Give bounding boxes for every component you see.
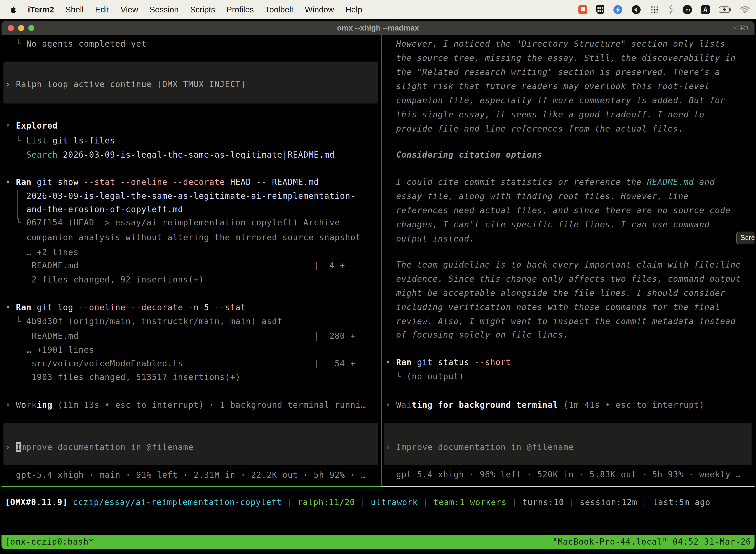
- reasoning-text-line: I could cite commit statistics or refere…: [386, 175, 754, 189]
- menu-item-edit[interactable]: Edit: [95, 5, 109, 14]
- reasoning-text-line: output instead.: [386, 232, 754, 246]
- reasoning-text-line: changes, I can't cite specific file line…: [386, 217, 754, 232]
- term-line: └ 067f154 (HEAD -> essay/ai-reimplementa…: [5, 215, 380, 230]
- screen-tooltip: Scre: [737, 232, 755, 244]
- ralph-loop-line: › Ralph loop active continue [OMX_TMUX_I…: [5, 77, 380, 91]
- prompt-input-text[interactable]: › Improve documentation in @filename: [5, 440, 380, 454]
- model-status-line: gpt-5.4 xhigh · 96% left · 520K in · 5.8…: [386, 467, 754, 482]
- reasoning-text-line: references need actual files, and since …: [386, 203, 754, 217]
- explored-header-line: • Explored: [5, 119, 380, 133]
- diffstat-line: README.md | 4 +: [5, 258, 380, 273]
- menu-item-scripts[interactable]: Scripts: [190, 5, 215, 14]
- reasoning-text-line: essay file, along with finding root file…: [386, 189, 754, 203]
- inactive-pane-border: [382, 486, 755, 487]
- input-source-icon[interactable]: A: [701, 5, 710, 14]
- window-shortcut-badge: ⌥⌘1: [732, 21, 749, 35]
- diffstat-summary-line: 2 files changed, 92 insertions(+): [5, 273, 380, 287]
- menu-item-shell[interactable]: Shell: [65, 5, 83, 14]
- reasoning-text-line: of focusing solely on file lines.: [386, 328, 754, 342]
- term-line: and-the-erosion-of-copyleft.md: [5, 202, 380, 216]
- reasoning-text-line: evidence. Since this change only affects…: [386, 272, 754, 286]
- reasoning-text-line: The team guideline is to back every impo…: [386, 258, 754, 272]
- battery-icon[interactable]: [719, 6, 731, 13]
- window-titlebar[interactable]: omx --xhigh --madmax ⌥⌘1: [1, 21, 755, 35]
- apple-menu-icon[interactable]: [9, 6, 17, 14]
- ran-command-line: • Ran git status --short: [386, 355, 754, 369]
- hook-squiggle-icon[interactable]: [668, 5, 674, 15]
- reasoning-text-line: this single essay, it seems like a good …: [386, 107, 754, 122]
- model-status-line: gpt-5.4 xhigh · main · 91% left · 2.31M …: [5, 468, 380, 482]
- blue-bolt-badge-icon[interactable]: [613, 5, 623, 14]
- reasoning-text-line: including verification notes with those …: [386, 300, 754, 314]
- reasoning-text-line: However, I noticed the "Directory Struct…: [386, 37, 754, 51]
- reasoning-text-line: might be acceptable alongside the file l…: [386, 286, 754, 300]
- term-line: companion analysis without altering the …: [5, 230, 380, 244]
- term-line: … +1901 lines: [5, 343, 380, 357]
- reasoning-text-line: companion file, especially if more comme…: [386, 93, 754, 107]
- term-line: 2026-03-09-is-legal-the-same-as-legitima…: [5, 189, 380, 203]
- terminal-content: └ No agents completed yet › Ralph loop a…: [1, 35, 755, 550]
- agent-pane-left[interactable]: └ No agents completed yet › Ralph loop a…: [1, 35, 381, 535]
- diffstat-summary-line: 1903 files changed, 513517 insertions(+): [5, 370, 380, 384]
- ran-command-line: • Ran git show --stat --oneline --decora…: [5, 175, 380, 189]
- term-line: └ 4b9d30f (origin/main, instructkr/main,…: [5, 314, 380, 328]
- menu-item-help[interactable]: Help: [345, 5, 362, 14]
- menu-item-toolbelt[interactable]: Toolbelt: [265, 5, 294, 14]
- shield-grid-icon[interactable]: [596, 5, 604, 14]
- menu-item-view[interactable]: View: [121, 5, 138, 14]
- working-status-line: • Working (11m 13s • esc to interrupt) ·…: [5, 398, 380, 412]
- term-line: └ No agents completed yet: [5, 37, 380, 51]
- tmux-host-clock: "MacBook-Pro-44.local" 04:52 31-Mar-26: [552, 535, 751, 549]
- reasoning-text-line: review. Also, I might want to inspect th…: [386, 314, 754, 328]
- term-line: └ List git ls-files: [5, 133, 380, 148]
- reasoning-text-line: the "Related research writing" section i…: [386, 65, 754, 79]
- omx-status-bar: [OMX#0.11.9] cczip/essay/ai-reimplementa…: [5, 495, 710, 509]
- prompt-input-text[interactable]: › Improve documentation in @filename: [386, 440, 754, 454]
- tmux-session-name[interactable]: [omx-cczip0:bash*: [5, 535, 94, 549]
- reasoning-text-line: provide file and line references from th…: [386, 122, 754, 136]
- reasoning-heading: Considering citation options: [386, 148, 754, 162]
- iterm2-window: omx --xhigh --madmax ⌥⌘1 └ No agents com…: [1, 21, 755, 550]
- macos-menu-bar: iTerm2 Shell Edit View Session Scripts P…: [0, 0, 756, 19]
- menu-item-app[interactable]: iTerm2: [28, 5, 54, 14]
- screenshot-app-icon[interactable]: [578, 5, 587, 14]
- active-pane-border: [1, 486, 382, 487]
- term-line: └ (no output): [386, 369, 754, 384]
- diffstat-line: src/voice/voiceModeEnabled.ts | 54 +: [5, 356, 380, 371]
- menu-item-profiles[interactable]: Profiles: [227, 5, 254, 14]
- dots-grid-icon[interactable]: [650, 5, 659, 14]
- dark-circle-chevron-icon[interactable]: [631, 5, 641, 14]
- menu-item-session[interactable]: Session: [149, 5, 179, 14]
- term-line: … +2 lines: [5, 245, 380, 259]
- wifi-icon[interactable]: [740, 6, 750, 13]
- reasoning-text-line: the source tree, missing the essay. Stil…: [386, 51, 754, 65]
- desktop: iTerm2 Shell Edit View Session Scripts P…: [0, 0, 756, 554]
- menu-item-window[interactable]: Window: [305, 5, 334, 14]
- battery-gauge-badge-icon[interactable]: ..61: [683, 5, 692, 14]
- window-title: omx --xhigh --madmax: [1, 21, 755, 35]
- diffstat-line: README.md | 280 +: [5, 329, 380, 343]
- tmux-status-bar: [omx-cczip0:bash* "MacBook-Pro-44.local"…: [1, 535, 755, 549]
- waiting-status-line: • Waiting for background terminal (1m 41…: [386, 398, 754, 412]
- reasoning-text-line: slight risk that future readers may over…: [386, 79, 754, 93]
- ran-command-line: • Ran git log --oneline --decorate -n 5 …: [5, 300, 380, 315]
- agent-pane-right[interactable]: However, I noticed the "Directory Struct…: [382, 35, 755, 535]
- term-line: Search 2026-03-09-is-legal-the-same-as-l…: [5, 148, 380, 162]
